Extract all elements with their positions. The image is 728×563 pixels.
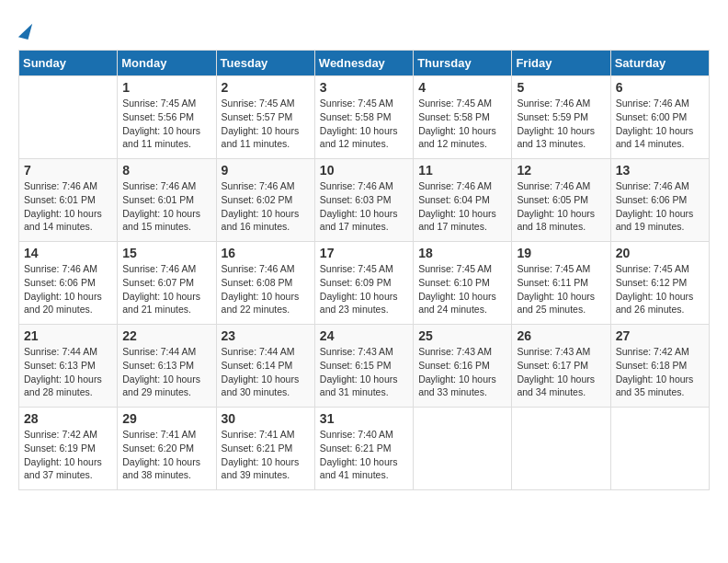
day-info: Sunrise: 7:43 AM Sunset: 6:16 PM Dayligh…: [418, 345, 506, 399]
table-row: 22Sunrise: 7:44 AM Sunset: 6:13 PM Dayli…: [118, 325, 216, 408]
col-tuesday: Tuesday: [216, 51, 314, 76]
day-number: 30: [222, 411, 310, 426]
day-number: 5: [517, 80, 605, 95]
table-row: [610, 408, 709, 490]
day-info: Sunrise: 7:44 AM Sunset: 6:14 PM Dayligh…: [222, 345, 310, 399]
day-number: 31: [320, 411, 408, 426]
table-row: 11Sunrise: 7:46 AM Sunset: 6:04 PM Dayli…: [414, 159, 512, 242]
calendar-week-row: 7Sunrise: 7:46 AM Sunset: 6:01 PM Daylig…: [19, 159, 710, 242]
table-row: 24Sunrise: 7:43 AM Sunset: 6:15 PM Dayli…: [314, 325, 413, 408]
table-row: 4Sunrise: 7:45 AM Sunset: 5:58 PM Daylig…: [414, 76, 512, 159]
day-info: Sunrise: 7:44 AM Sunset: 6:13 PM Dayligh…: [122, 345, 210, 399]
table-row: 8Sunrise: 7:46 AM Sunset: 6:01 PM Daylig…: [118, 159, 216, 242]
table-row: 6Sunrise: 7:46 AM Sunset: 6:00 PM Daylig…: [610, 76, 709, 159]
table-row: 23Sunrise: 7:44 AM Sunset: 6:14 PM Dayli…: [216, 325, 314, 408]
day-info: Sunrise: 7:46 AM Sunset: 6:00 PM Dayligh…: [616, 97, 704, 151]
day-number: 9: [222, 163, 310, 178]
table-row: 28Sunrise: 7:42 AM Sunset: 6:19 PM Dayli…: [19, 408, 118, 490]
col-sunday: Sunday: [19, 51, 118, 76]
col-wednesday: Wednesday: [314, 51, 413, 76]
day-number: 2: [222, 80, 310, 95]
day-number: 7: [24, 163, 112, 178]
table-row: 2Sunrise: 7:45 AM Sunset: 5:57 PM Daylig…: [216, 76, 314, 159]
day-info: Sunrise: 7:45 AM Sunset: 5:56 PM Dayligh…: [122, 97, 210, 151]
day-info: Sunrise: 7:41 AM Sunset: 6:21 PM Dayligh…: [222, 428, 310, 482]
table-row: 17Sunrise: 7:45 AM Sunset: 6:09 PM Dayli…: [314, 242, 413, 325]
table-row: 14Sunrise: 7:46 AM Sunset: 6:06 PM Dayli…: [19, 242, 118, 325]
day-info: Sunrise: 7:43 AM Sunset: 6:17 PM Dayligh…: [517, 345, 605, 399]
col-friday: Friday: [512, 51, 610, 76]
table-row: 7Sunrise: 7:46 AM Sunset: 6:01 PM Daylig…: [19, 159, 118, 242]
day-number: 22: [122, 328, 210, 343]
day-info: Sunrise: 7:45 AM Sunset: 5:58 PM Dayligh…: [418, 97, 506, 151]
day-number: 10: [320, 163, 408, 178]
day-number: 8: [122, 163, 210, 178]
day-info: Sunrise: 7:41 AM Sunset: 6:20 PM Dayligh…: [122, 428, 210, 482]
day-number: 26: [517, 328, 605, 343]
table-row: 1Sunrise: 7:45 AM Sunset: 5:56 PM Daylig…: [118, 76, 216, 159]
day-info: Sunrise: 7:45 AM Sunset: 6:11 PM Dayligh…: [517, 262, 605, 316]
col-monday: Monday: [118, 51, 216, 76]
table-row: [414, 408, 512, 490]
table-row: 12Sunrise: 7:46 AM Sunset: 6:05 PM Dayli…: [512, 159, 610, 242]
day-info: Sunrise: 7:46 AM Sunset: 6:08 PM Dayligh…: [222, 262, 310, 316]
day-number: 28: [24, 411, 112, 426]
day-number: 24: [320, 328, 408, 343]
table-row: 29Sunrise: 7:41 AM Sunset: 6:20 PM Dayli…: [118, 408, 216, 490]
day-info: Sunrise: 7:46 AM Sunset: 5:59 PM Dayligh…: [517, 97, 605, 151]
day-info: Sunrise: 7:46 AM Sunset: 6:03 PM Dayligh…: [320, 179, 408, 234]
day-number: 14: [24, 246, 112, 260]
day-number: 23: [222, 328, 310, 343]
day-number: 3: [320, 80, 408, 95]
day-info: Sunrise: 7:45 AM Sunset: 6:10 PM Dayligh…: [418, 262, 506, 316]
calendar-week-row: 21Sunrise: 7:44 AM Sunset: 6:13 PM Dayli…: [19, 325, 710, 408]
table-row: 3Sunrise: 7:45 AM Sunset: 5:58 PM Daylig…: [314, 76, 413, 159]
table-row: 19Sunrise: 7:45 AM Sunset: 6:11 PM Dayli…: [512, 242, 610, 325]
day-number: 17: [320, 246, 408, 260]
day-info: Sunrise: 7:45 AM Sunset: 5:57 PM Dayligh…: [222, 97, 310, 151]
day-number: 21: [24, 328, 112, 343]
day-number: 13: [616, 163, 704, 178]
day-number: 19: [517, 246, 605, 260]
day-info: Sunrise: 7:45 AM Sunset: 5:58 PM Dayligh…: [320, 97, 408, 151]
table-row: 30Sunrise: 7:41 AM Sunset: 6:21 PM Dayli…: [216, 408, 314, 490]
logo: [18, 18, 30, 40]
table-row: 15Sunrise: 7:46 AM Sunset: 6:07 PM Dayli…: [118, 242, 216, 325]
table-row: 16Sunrise: 7:46 AM Sunset: 6:08 PM Dayli…: [216, 242, 314, 325]
day-number: 6: [616, 80, 704, 95]
calendar-week-row: 14Sunrise: 7:46 AM Sunset: 6:06 PM Dayli…: [19, 242, 710, 325]
table-row: 25Sunrise: 7:43 AM Sunset: 6:16 PM Dayli…: [414, 325, 512, 408]
day-info: Sunrise: 7:46 AM Sunset: 6:07 PM Dayligh…: [122, 262, 210, 316]
day-number: 1: [122, 80, 210, 95]
day-info: Sunrise: 7:46 AM Sunset: 6:04 PM Dayligh…: [418, 179, 506, 234]
day-info: Sunrise: 7:46 AM Sunset: 6:01 PM Dayligh…: [24, 179, 112, 234]
table-row: 9Sunrise: 7:46 AM Sunset: 6:02 PM Daylig…: [216, 159, 314, 242]
page-header: [18, 18, 710, 40]
day-info: Sunrise: 7:46 AM Sunset: 6:05 PM Dayligh…: [517, 179, 605, 234]
day-info: Sunrise: 7:44 AM Sunset: 6:13 PM Dayligh…: [24, 345, 112, 399]
table-row: 26Sunrise: 7:43 AM Sunset: 6:17 PM Dayli…: [512, 325, 610, 408]
table-row: [19, 76, 118, 159]
table-row: 10Sunrise: 7:46 AM Sunset: 6:03 PM Dayli…: [314, 159, 413, 242]
day-info: Sunrise: 7:46 AM Sunset: 6:06 PM Dayligh…: [24, 262, 112, 316]
day-number: 20: [616, 246, 704, 260]
table-row: 13Sunrise: 7:46 AM Sunset: 6:06 PM Dayli…: [610, 159, 709, 242]
day-number: 12: [517, 163, 605, 178]
table-row: [512, 408, 610, 490]
calendar-week-row: 28Sunrise: 7:42 AM Sunset: 6:19 PM Dayli…: [19, 408, 710, 490]
col-thursday: Thursday: [414, 51, 512, 76]
day-info: Sunrise: 7:45 AM Sunset: 6:09 PM Dayligh…: [320, 262, 408, 316]
calendar-week-row: 1Sunrise: 7:45 AM Sunset: 5:56 PM Daylig…: [19, 76, 710, 159]
table-row: 31Sunrise: 7:40 AM Sunset: 6:21 PM Dayli…: [314, 408, 413, 490]
day-number: 11: [418, 163, 506, 178]
col-saturday: Saturday: [610, 51, 709, 76]
table-row: 21Sunrise: 7:44 AM Sunset: 6:13 PM Dayli…: [19, 325, 118, 408]
day-number: 29: [122, 411, 210, 426]
day-info: Sunrise: 7:42 AM Sunset: 6:18 PM Dayligh…: [616, 345, 704, 399]
day-info: Sunrise: 7:43 AM Sunset: 6:15 PM Dayligh…: [320, 345, 408, 399]
table-row: 20Sunrise: 7:45 AM Sunset: 6:12 PM Dayli…: [610, 242, 709, 325]
day-number: 4: [418, 80, 506, 95]
day-info: Sunrise: 7:46 AM Sunset: 6:02 PM Dayligh…: [222, 179, 310, 234]
day-number: 15: [122, 246, 210, 260]
day-info: Sunrise: 7:45 AM Sunset: 6:12 PM Dayligh…: [616, 262, 704, 316]
